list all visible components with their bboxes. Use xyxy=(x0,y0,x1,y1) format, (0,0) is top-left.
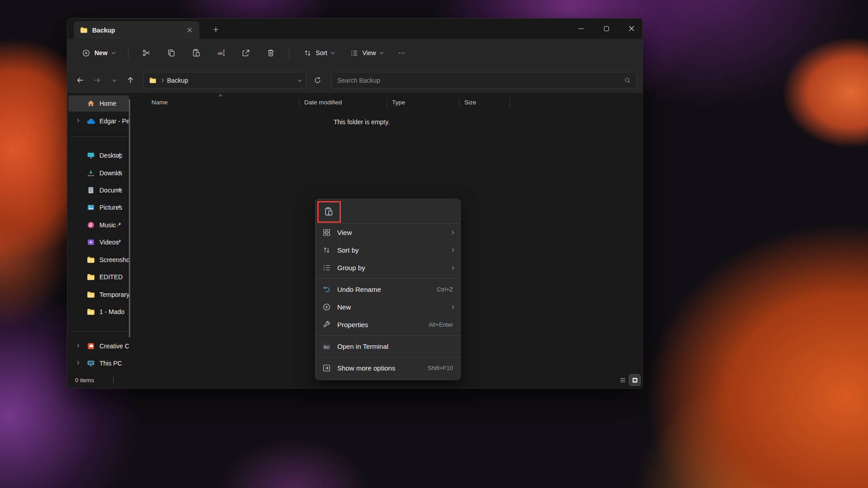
column-divider[interactable] xyxy=(387,98,387,107)
folder-icon xyxy=(86,272,95,282)
forward-button[interactable] xyxy=(89,72,105,89)
navigation-pane: Home Edgar - Pe Desktop xyxy=(67,93,135,372)
sidebar-item-downloads[interactable]: Downloads xyxy=(68,165,129,181)
share-button[interactable] xyxy=(236,44,255,61)
sidebar-item-temporary[interactable]: Temporary xyxy=(68,286,129,303)
sidebar-item-desktop[interactable]: Desktop xyxy=(68,147,129,164)
menu-item-view[interactable]: View xyxy=(316,224,460,241)
menu-item-label: Open in Terminal xyxy=(337,343,453,350)
sort-button-label: Sort xyxy=(316,49,327,56)
menu-item-sort-by[interactable]: Sort by xyxy=(316,241,460,259)
document-icon xyxy=(86,186,95,195)
column-header-name[interactable]: Name xyxy=(151,99,168,106)
paste-quick-action[interactable] xyxy=(320,203,337,220)
group-by-icon xyxy=(322,263,331,272)
sort-button[interactable]: Sort xyxy=(298,44,339,61)
sidebar-item-documents[interactable]: Documents xyxy=(68,182,129,198)
menu-separator xyxy=(316,357,460,357)
column-header-size[interactable]: Size xyxy=(464,99,476,106)
chevron-right-icon[interactable] xyxy=(75,344,79,347)
menu-item-shortcut: Shift+F10 xyxy=(428,365,453,371)
menu-item-group-by[interactable]: Group by xyxy=(316,259,460,277)
menu-item-new[interactable]: New xyxy=(316,298,460,316)
breadcrumb-segment[interactable]: Backup xyxy=(167,77,189,84)
sidebar-item-edited[interactable]: EDITED xyxy=(68,269,129,285)
back-button[interactable] xyxy=(72,72,89,89)
delete-button[interactable] xyxy=(261,44,280,61)
desktop-icon xyxy=(86,151,95,160)
sidebar-separator xyxy=(71,136,128,137)
column-header-date-modified[interactable]: Date modified xyxy=(304,99,342,106)
minimize-button[interactable] xyxy=(571,19,591,38)
tab-close-button[interactable] xyxy=(184,25,195,36)
sidebar-item-onedrive[interactable]: Edgar - Pe xyxy=(68,113,129,129)
menu-item-show-more-options[interactable]: Show more options Shift+F10 xyxy=(316,359,460,377)
tab-backup[interactable]: Backup xyxy=(74,21,199,39)
status-divider xyxy=(113,377,113,384)
menu-item-undo-rename[interactable]: Undo Rename Ctrl+Z xyxy=(316,281,460,298)
column-headers: Name Date modified Type Size xyxy=(136,93,642,112)
desktop-wallpaper: Backup New xyxy=(0,0,868,488)
plus-circle-icon xyxy=(322,303,331,312)
paste-icon xyxy=(192,48,201,57)
large-icons-view-toggle[interactable] xyxy=(629,375,640,385)
refresh-button[interactable] xyxy=(309,72,326,89)
videos-icon xyxy=(86,238,95,247)
chevron-down-icon[interactable] xyxy=(298,78,302,81)
details-view-toggle[interactable] xyxy=(617,375,628,385)
copy-button[interactable] xyxy=(162,44,181,61)
sidebar-item-screenshots[interactable]: Screenshots xyxy=(68,252,129,268)
column-divider[interactable] xyxy=(509,98,510,107)
pictures-icon xyxy=(86,203,95,212)
large-icons-view-icon xyxy=(632,377,638,384)
view-button[interactable]: View xyxy=(344,44,387,61)
menu-separator xyxy=(316,335,460,336)
cut-button[interactable] xyxy=(137,44,156,61)
sidebar-item-1-mado[interactable]: 1 - Mado xyxy=(68,304,129,320)
chevron-right-icon[interactable] xyxy=(75,361,79,365)
paste-button[interactable] xyxy=(187,44,206,61)
sidebar-separator xyxy=(71,331,128,332)
plus-circle-icon xyxy=(82,49,90,57)
maximize-button[interactable] xyxy=(596,19,617,38)
sidebar-item-music[interactable]: Music xyxy=(68,217,129,233)
new-tab-button[interactable] xyxy=(209,23,222,35)
pin-icon xyxy=(116,221,123,228)
menu-item-label: Group by xyxy=(337,264,444,272)
close-button[interactable] xyxy=(621,19,642,38)
back-arrow-icon xyxy=(76,76,85,84)
folder-icon xyxy=(86,290,95,299)
sidebar-item-creative-cloud[interactable]: Creative C xyxy=(68,338,129,354)
sidebar-scrollbar[interactable] xyxy=(129,99,130,338)
more-options-button[interactable] xyxy=(393,44,410,61)
up-button[interactable] xyxy=(122,72,139,89)
chevron-down-icon xyxy=(380,51,383,54)
sidebar-item-label: Temporary xyxy=(99,291,129,298)
view-button-label: View xyxy=(362,49,376,56)
search-input[interactable] xyxy=(337,77,624,84)
maximize-icon xyxy=(604,26,609,31)
chevron-down-icon xyxy=(113,78,116,81)
command-bar: New ab So xyxy=(67,39,642,67)
column-divider[interactable] xyxy=(459,98,459,107)
sidebar-item-pictures[interactable]: Pictures xyxy=(68,199,129,216)
recent-locations-button[interactable] xyxy=(105,72,122,89)
menu-item-open-in-terminal[interactable]: Open in Terminal xyxy=(316,338,460,355)
folder-icon xyxy=(149,77,156,84)
sort-ascending-icon xyxy=(219,95,222,99)
chevron-right-icon[interactable] xyxy=(75,119,79,122)
svg-text:ab: ab xyxy=(217,51,223,56)
sort-icon xyxy=(322,246,331,255)
search-box[interactable] xyxy=(331,72,637,89)
column-divider[interactable] xyxy=(299,98,299,107)
sidebar-item-videos[interactable]: Videos xyxy=(68,234,129,250)
sidebar-item-this-pc[interactable]: This PC xyxy=(68,355,129,371)
chevron-right-icon xyxy=(450,266,453,270)
column-header-type[interactable]: Type xyxy=(392,99,405,106)
sidebar-item-home[interactable]: Home xyxy=(68,95,129,112)
rename-button[interactable]: ab xyxy=(212,44,231,61)
breadcrumb[interactable]: Backup xyxy=(143,72,306,89)
new-button[interactable]: New xyxy=(76,44,119,61)
chevron-down-icon xyxy=(112,51,115,54)
menu-item-properties[interactable]: Properties Alt+Enter xyxy=(316,316,460,333)
